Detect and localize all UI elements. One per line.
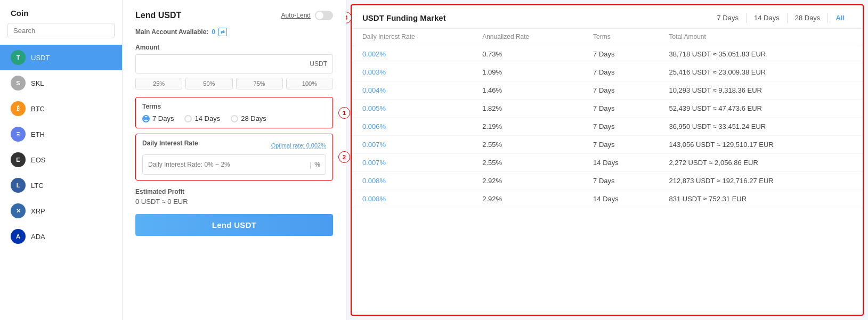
sidebar-item-xrp[interactable]: ✕ XRP — [0, 198, 122, 224]
radio-7days-circle — [142, 115, 150, 122]
annualized-cell-1: 1.09% — [472, 63, 582, 81]
annualized-cell-6: 2.55% — [472, 154, 582, 172]
coin-label-usdt: USDT — [31, 54, 50, 62]
rate-cell-8[interactable]: 0.008% — [352, 190, 472, 208]
market-table: Daily Interest RateAnnualized RateTermsT… — [352, 29, 863, 315]
coin-icon-ada: A — [11, 229, 26, 244]
terms-28days[interactable]: 28 Days — [231, 114, 266, 122]
annualized-cell-8: 2.92% — [472, 190, 582, 208]
rate-cell-1[interactable]: 0.003% — [352, 63, 472, 81]
main-account-row: Main Account Available: 0 ⇄ — [135, 28, 333, 36]
auto-lend-toggle[interactable]: Auto-Lend — [281, 11, 333, 20]
rate-cell-4[interactable]: 0.006% — [352, 118, 472, 136]
annualized-cell-5: 2.55% — [472, 136, 582, 154]
table-row: 0.003% 1.09% 7 Days 25,416 USDT ≈ 23,009… — [352, 63, 863, 81]
rate-cell-6[interactable]: 0.007% — [352, 154, 472, 172]
coin-label-ada: ADA — [31, 233, 45, 241]
coin-label-skl: SKL — [31, 79, 44, 87]
rate-cell-3[interactable]: 0.005% — [352, 100, 472, 118]
funding-table: Daily Interest RateAnnualized RateTermsT… — [352, 29, 863, 208]
terms-7days[interactable]: 7 Days — [142, 114, 174, 122]
terms-box: Terms 7 Days 14 Days 28 Days — [135, 97, 333, 128]
sidebar-item-eos[interactable]: E EOS — [0, 147, 122, 173]
sidebar-item-ltc[interactable]: L LTC — [0, 173, 122, 198]
col-header-terms: Terms — [582, 29, 658, 45]
rate-percent: % — [314, 161, 320, 168]
optimal-rate-value: 0.002% — [306, 142, 326, 149]
coin-list: T USDT S SKL ₿ BTC Ξ ETH E EOS L LTC ✕ X… — [0, 45, 122, 249]
terms-cell-5: 7 Days — [582, 136, 658, 154]
pct-btn-100[interactable]: 100% — [286, 78, 333, 89]
table-row: 0.008% 2.92% 14 Days 831 USDT ≈ 752.31 E… — [352, 190, 863, 208]
market-panel: USDT Funding Market 7 Days14 Days28 Days… — [351, 4, 864, 316]
terms-7days-label: 7 Days — [152, 114, 174, 122]
rate-cell-0[interactable]: 0.002% — [352, 45, 472, 63]
pct-btn-75[interactable]: 75% — [236, 78, 283, 89]
day-filter-all[interactable]: All — [828, 13, 852, 23]
rate-cell-7[interactable]: 0.008% — [352, 172, 472, 190]
total-cell-4: 36,950 USDT ≈ 33,451.24 EUR — [658, 118, 863, 136]
search-input[interactable] — [7, 23, 115, 38]
day-filter-28-days[interactable]: 28 Days — [787, 13, 828, 23]
transfer-icon[interactable]: ⇄ — [218, 28, 227, 36]
radio-14days-circle — [184, 115, 192, 122]
coin-icon-xrp: ✕ — [11, 203, 26, 218]
coin-label-eth: ETH — [31, 130, 45, 138]
total-cell-7: 212,873 USDT ≈ 192,716.27 EUR — [658, 172, 863, 190]
table-header-row: Daily Interest RateAnnualized RateTermsT… — [352, 29, 863, 45]
sidebar-item-eth[interactable]: Ξ ETH — [0, 121, 122, 147]
terms-14days[interactable]: 14 Days — [184, 114, 220, 122]
day-filter-7-days[interactable]: 7 Days — [710, 13, 746, 23]
auto-lend-label: Auto-Lend — [281, 12, 311, 19]
coin-label-eos: EOS — [31, 156, 45, 164]
annualized-cell-7: 2.92% — [472, 172, 582, 190]
coin-icon-btc: ₿ — [11, 101, 26, 116]
sidebar-item-ada[interactable]: A ADA — [0, 224, 122, 249]
terms-cell-3: 7 Days — [582, 100, 658, 118]
table-head: Daily Interest RateAnnualized RateTermsT… — [352, 29, 863, 45]
table-row: 0.006% 2.19% 7 Days 36,950 USDT ≈ 33,451… — [352, 118, 863, 136]
estimated-profit-label: Estimated Profit — [135, 188, 333, 195]
col-header-daily-interest-rate: Daily Interest Rate — [352, 29, 472, 45]
coin-icon-skl: S — [11, 76, 26, 91]
amount-currency: USDT — [310, 60, 327, 68]
lend-button[interactable]: Lend USDT — [135, 214, 333, 236]
lend-header: Lend USDT Auto-Lend — [135, 11, 333, 20]
coin-icon-ltc: L — [11, 178, 26, 193]
day-filter-14-days[interactable]: 14 Days — [746, 13, 787, 23]
rate-divider: | — [310, 161, 311, 169]
rate-header: Daily Interest Rate Optimal rate: 0.002% — [142, 140, 326, 151]
sidebar-item-btc[interactable]: ₿ BTC — [0, 96, 122, 121]
col-header-annualized-rate: Annualized Rate — [472, 29, 582, 45]
daily-rate-label: Daily Interest Rate — [142, 140, 198, 147]
pct-btn-25[interactable]: 25% — [135, 78, 182, 89]
annualized-cell-3: 1.82% — [472, 100, 582, 118]
rate-cell-2[interactable]: 0.004% — [352, 81, 472, 100]
optimal-rate-label: Optimal rate: — [271, 142, 305, 149]
annualized-cell-0: 0.73% — [472, 45, 582, 63]
rate-box: Daily Interest Rate Optimal rate: 0.002%… — [135, 134, 333, 180]
terms-cell-1: 7 Days — [582, 63, 658, 81]
rate-input[interactable] — [148, 161, 306, 168]
amount-input-wrap: USDT — [135, 54, 333, 73]
estimated-profit: Estimated Profit 0 USDT ≈ 0 EUR — [135, 188, 333, 206]
auto-lend-switch[interactable] — [315, 11, 333, 20]
main-account-value: 0 — [212, 28, 215, 36]
terms-cell-2: 7 Days — [582, 81, 658, 100]
sidebar-item-usdt[interactable]: T USDT — [0, 45, 122, 70]
market-header: USDT Funding Market 7 Days14 Days28 Days… — [352, 5, 863, 29]
amount-label: Amount — [135, 44, 333, 51]
optimal-rate: Optimal rate: 0.002% — [271, 142, 326, 149]
rate-cell-5[interactable]: 0.007% — [352, 136, 472, 154]
total-cell-3: 52,439 USDT ≈ 47,473.6 EUR — [658, 100, 863, 118]
pct-btn-50[interactable]: 50% — [185, 78, 232, 89]
terms-cell-0: 7 Days — [582, 45, 658, 63]
table-row: 0.004% 1.46% 7 Days 10,293 USDT ≈ 9,318.… — [352, 81, 863, 100]
amount-input[interactable] — [141, 60, 310, 68]
coin-label-xrp: XRP — [31, 207, 45, 215]
terms-cell-7: 7 Days — [582, 172, 658, 190]
coin-label-btc: BTC — [31, 105, 45, 113]
total-cell-8: 831 USDT ≈ 752.31 EUR — [658, 190, 863, 208]
sidebar-item-skl[interactable]: S SKL — [0, 70, 122, 96]
coin-icon-usdt: T — [11, 50, 26, 65]
